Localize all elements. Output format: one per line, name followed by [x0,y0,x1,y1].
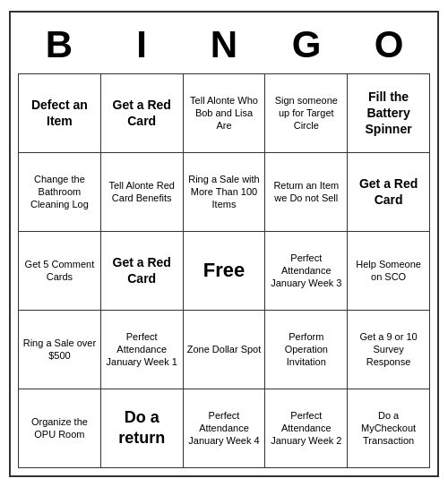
bingo-cell-21: Do a return [101,389,184,468]
bingo-card: B I N G O Defect an ItemGet a Red CardTe… [9,11,439,477]
bingo-cell-4: Fill the Battery Spinner [348,74,430,153]
bingo-cell-13: Perfect Attendance January Week 3 [265,232,348,311]
bingo-cell-20: Organize the OPU Room [19,389,101,468]
bingo-cell-19: Get a 9 or 10 Survey Response [348,311,430,389]
bingo-cell-15: Ring a Sale over $500 [19,311,101,389]
bingo-cell-5: Change the Bathroom Cleaning Log [19,153,101,232]
bingo-cell-12: Free [184,232,266,311]
header-n: N [183,20,265,70]
bingo-cell-18: Perform Operation Invitation [265,311,348,389]
bingo-cell-8: Return an Item we Do not Sell [265,153,348,232]
bingo-grid: Defect an ItemGet a Red CardTell Alonte … [18,73,430,468]
header-i: I [100,20,183,70]
bingo-cell-14: Help Someone on SCO [348,232,430,311]
bingo-cell-9: Get a Red Card [348,153,430,232]
bingo-cell-1: Get a Red Card [101,74,184,153]
header-g: G [265,20,348,70]
bingo-cell-23: Perfect Attendance January Week 2 [265,389,348,468]
bingo-cell-2: Tell Alonte Who Bob and Lisa Are [184,74,266,153]
bingo-cell-22: Perfect Attendance January Week 4 [184,389,266,468]
bingo-cell-16: Perfect Attendance January Week 1 [101,311,184,389]
bingo-cell-10: Get 5 Comment Cards [19,232,101,311]
header-o: O [348,20,430,70]
header-b: B [18,20,100,70]
bingo-cell-17: Zone Dollar Spot [184,311,266,389]
bingo-cell-11: Get a Red Card [101,232,184,311]
bingo-cell-3: Sign someone up for Target Circle [265,74,348,153]
bingo-cell-7: Ring a Sale with More Than 100 Items [184,153,266,232]
bingo-cell-0: Defect an Item [19,74,101,153]
bingo-cell-24: Do a MyCheckout Transaction [348,389,430,468]
bingo-header: B I N G O [18,20,430,70]
bingo-cell-6: Tell Alonte Red Card Benefits [101,153,184,232]
